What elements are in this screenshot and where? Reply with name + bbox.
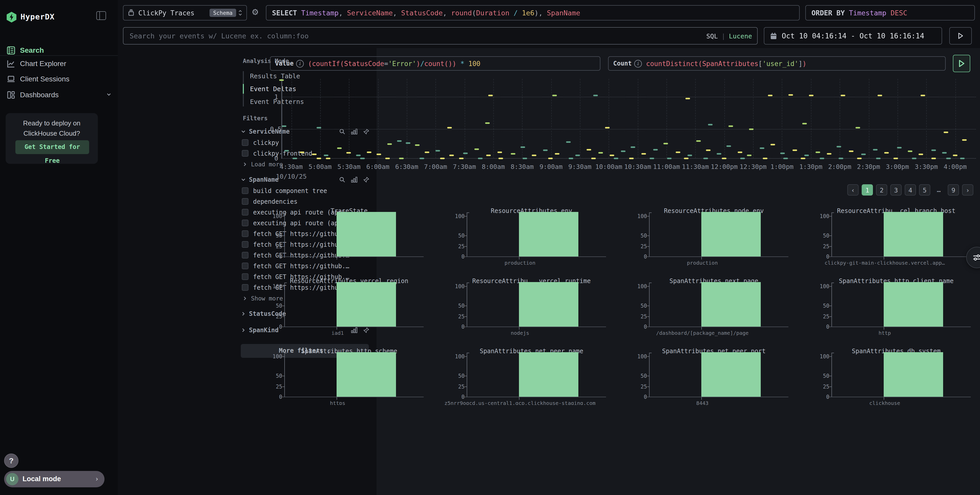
facet-y-tick (282, 387, 284, 387)
run-query-button[interactable] (953, 55, 970, 72)
select-query-text: SELECT Timestamp, ServiceName, StatusCod… (272, 9, 580, 17)
checkbox[interactable] (242, 139, 248, 146)
checkbox[interactable] (242, 263, 248, 269)
data-point (684, 157, 689, 159)
data-point (279, 79, 283, 81)
sidebar-divider (0, 55, 118, 56)
data-point (520, 146, 525, 148)
data-point (729, 125, 733, 127)
facet-bar[interactable] (884, 282, 943, 327)
filter-option-SpanName-1[interactable]: dependencies (235, 196, 377, 207)
order-by-text: ORDER BY Timestamp DESC (811, 9, 907, 17)
source-select[interactable]: ClickPy Traces Schema (123, 5, 247, 21)
facet-y-tick-label: 100 (452, 353, 465, 359)
info-icon: i (634, 60, 642, 67)
facet-x-label: https (330, 400, 345, 405)
data-point (768, 95, 772, 96)
facet-y-tick (647, 376, 649, 376)
data-point (459, 157, 463, 159)
facet-bar[interactable] (701, 282, 761, 327)
pagination-page-9[interactable]: 9 (948, 184, 959, 195)
data-point (749, 129, 754, 130)
pagination-next[interactable]: › (962, 184, 973, 195)
search-run-button[interactable] (949, 27, 972, 44)
facet-bar[interactable] (884, 212, 943, 257)
facet-x-label: /dashboard/[package_name]/page (656, 330, 748, 336)
checkbox[interactable] (242, 150, 248, 157)
facet-y-axis (467, 353, 467, 397)
date-range-picker[interactable]: Oct 10 04:16:14 - Oct 10 16:16:14 (764, 27, 942, 44)
facet-x-tick (337, 327, 337, 330)
pagination-page-3[interactable]: 3 (890, 184, 902, 195)
checkbox[interactable] (242, 284, 248, 291)
filter-option-SpanName-0[interactable]: build component tree (235, 185, 377, 196)
data-point (897, 147, 901, 148)
count-expression-input[interactable]: Count i countDistinct(SpanAttributes['us… (608, 56, 946, 71)
checkbox[interactable] (242, 209, 248, 216)
checkbox[interactable] (242, 273, 248, 280)
sidebar-item-client-sessions[interactable]: Client Sessions (0, 73, 118, 85)
facet-bar[interactable] (337, 212, 396, 257)
pagination-page-1[interactable]: 1 (862, 184, 873, 195)
event-search: SQL | Lucene (123, 27, 758, 44)
facet-bar[interactable] (519, 282, 578, 327)
data-point (485, 122, 490, 124)
value-expression-input[interactable]: Value i (countIf(StatusCode='Error')/cou… (270, 56, 600, 71)
checkbox[interactable] (242, 230, 248, 237)
facet-x-label: z5nrr9ogcd.us-central1.gcp.clickhouse-st… (444, 400, 595, 405)
sidebar-item-chart-explorer[interactable]: Chart Explorer (0, 57, 118, 70)
data-point (569, 157, 573, 159)
v-gridline (320, 79, 321, 158)
data-point (747, 154, 752, 156)
search-input[interactable] (129, 31, 706, 40)
x-axis-tick-label: 10:00am (595, 163, 622, 170)
checkbox[interactable] (242, 252, 248, 259)
facet-y-tick (829, 316, 831, 317)
facet-y-tick-label: 25 (452, 243, 465, 249)
data-point (436, 150, 440, 152)
pagination-page-2[interactable]: 2 (876, 184, 887, 195)
language-toggle: SQL | Lucene (706, 32, 752, 40)
data-point (921, 95, 926, 96)
toggle-sql[interactable]: SQL (706, 32, 718, 40)
checkbox[interactable] (242, 220, 248, 226)
event-deltas-chart[interactable]: 10.504:30am5:00am5:30am6:00am6:30am7:00a… (270, 77, 977, 182)
facet-bar[interactable] (701, 352, 761, 397)
v-gridline (580, 79, 581, 158)
facet-bar[interactable] (519, 352, 578, 397)
facet-bar[interactable] (519, 212, 578, 257)
x-axis-tick-label: 12:00pm (711, 163, 738, 170)
data-point (876, 157, 881, 159)
checkbox[interactable] (242, 187, 248, 194)
help-button[interactable]: ? (4, 454, 18, 468)
gear-icon[interactable]: ⚙ (251, 7, 259, 17)
order-by-input[interactable]: ORDER BY Timestamp DESC (805, 5, 975, 21)
facet-y-axis-cap (284, 353, 287, 353)
facet-y-tick (282, 306, 284, 306)
account-menu[interactable]: U Local mode › (4, 471, 105, 487)
facet-bar[interactable] (337, 282, 396, 327)
facet-bar[interactable] (884, 352, 943, 397)
sidebar-item-search[interactable]: Search (0, 44, 118, 56)
sidebar-item-dashboards[interactable]: Dashboards (0, 89, 118, 101)
data-point (397, 140, 402, 142)
facet-y-axis (467, 282, 467, 327)
select-query-input[interactable]: SELECT Timestamp, ServiceName, StatusCod… (266, 5, 800, 21)
facet-y-axis-cap (649, 353, 652, 353)
pagination-page-5[interactable]: 5 (919, 184, 930, 195)
data-point (804, 154, 809, 156)
h-gridline (281, 129, 976, 130)
checkbox[interactable] (242, 241, 248, 248)
checkbox[interactable] (242, 198, 248, 205)
data-point (873, 149, 877, 150)
toggle-lucene[interactable]: Lucene (729, 32, 752, 40)
pagination-page-4[interactable]: 4 (905, 184, 916, 195)
get-started-button[interactable]: Get Started for Free (15, 140, 89, 154)
facet-bar[interactable] (337, 352, 396, 397)
sidebar-collapse-icon[interactable] (96, 11, 106, 20)
schema-badge[interactable]: Schema (210, 9, 236, 17)
facet-bar[interactable] (701, 212, 761, 257)
v-gridline (869, 79, 869, 158)
pagination-prev[interactable]: ‹ (847, 184, 859, 195)
select-chevrons-icon (238, 9, 242, 16)
